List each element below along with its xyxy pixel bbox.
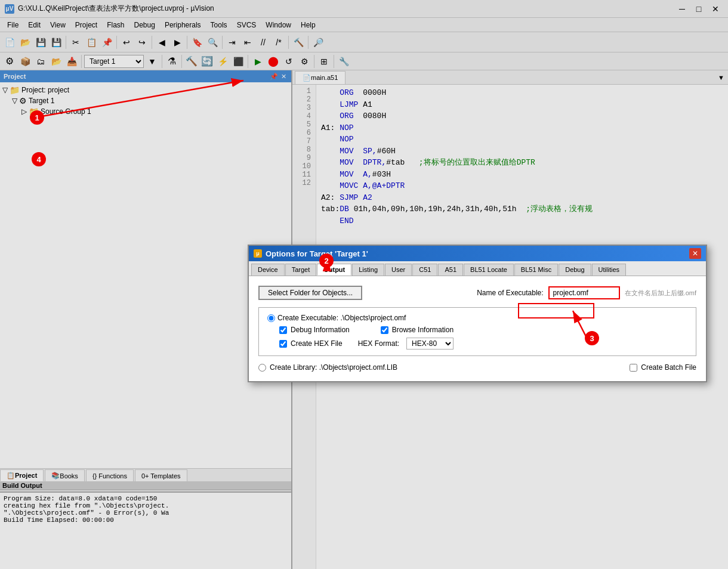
dialog-tabs: Device Target Output Listing User C51 A5… <box>249 261 706 276</box>
annotation-3: 3 <box>585 331 599 345</box>
tab-target[interactable]: Target <box>285 264 317 276</box>
create-hex-row: Create HEX File HEX Format: HEX-80 HEX-3… <box>267 338 687 350</box>
hex-format-label: HEX Format: <box>358 339 399 348</box>
executable-label: Name of Executable: <box>477 289 543 297</box>
browse-info-label: Browse Information <box>392 326 454 334</box>
hint-text: 在文件名后加上后缀.omf <box>625 289 696 298</box>
tab-bl51-misc[interactable]: BL51 Misc <box>514 264 558 276</box>
browse-info-checkbox[interactable] <box>381 326 388 334</box>
tab-listing[interactable]: Listing <box>352 264 384 276</box>
create-batch-row: Create Batch File <box>630 363 696 372</box>
create-batch-checkbox[interactable] <box>630 364 637 372</box>
create-executable-label: Create Executable: .\Objects\project.omf <box>277 314 406 322</box>
folder-row: Select Folder for Objects... Name of Exe… <box>258 286 696 300</box>
annotation-2: 2 <box>319 253 334 268</box>
dialog-titlebar: μ Options for Target 'Target 1' ✕ <box>249 246 706 261</box>
create-executable-radio[interactable] <box>267 314 275 322</box>
tab-a51[interactable]: A51 <box>438 264 463 276</box>
annotation-1: 1 <box>30 110 44 125</box>
create-executable-group: Create Executable: .\Objects\project.omf… <box>258 307 696 356</box>
dialog-content: Select Folder for Objects... Name of Exe… <box>249 276 706 381</box>
create-library-label: Create Library: .\Objects\project.omf.LI… <box>270 363 397 372</box>
hex-format-select[interactable]: HEX-80 HEX-386 <box>406 338 454 350</box>
annotation-4: 4 <box>32 152 46 166</box>
tab-c51[interactable]: C51 <box>412 264 437 276</box>
create-hex-label: Create HEX File <box>291 339 343 348</box>
dialog-close-button[interactable]: ✕ <box>689 248 701 259</box>
dialog-app-icon: μ <box>254 249 262 258</box>
create-library-radio[interactable] <box>258 364 266 372</box>
ann-circle-2: 2 <box>319 253 334 268</box>
debug-info-label: Debug Information <box>291 326 350 334</box>
executable-input[interactable] <box>548 286 620 299</box>
tab-utilities[interactable]: Utilities <box>592 264 626 276</box>
dialog-overlay: μ Options for Target 'Target 1' ✕ Device… <box>0 0 728 569</box>
bottom-row: Create Library: .\Objects\project.omf.LI… <box>258 363 696 372</box>
create-batch-label: Create Batch File <box>641 363 696 372</box>
create-executable-radio-row: Create Executable: .\Objects\project.omf <box>267 314 687 322</box>
tab-debug[interactable]: Debug <box>559 264 591 276</box>
debug-info-row: Debug Information Browse Information <box>267 326 687 334</box>
tab-bl51-locate[interactable]: BL51 Locate <box>464 264 514 276</box>
tab-device[interactable]: Device <box>251 264 285 276</box>
ann-circle-3: 3 <box>585 331 599 345</box>
ann-circle-1: 1 <box>30 110 44 125</box>
select-folder-button[interactable]: Select Folder for Objects... <box>258 286 362 300</box>
create-hex-checkbox[interactable] <box>279 340 287 348</box>
debug-info-checkbox[interactable] <box>279 326 287 334</box>
tab-user[interactable]: User <box>385 264 412 276</box>
options-dialog: μ Options for Target 'Target 1' ✕ Device… <box>248 245 707 382</box>
ann-circle-4: 4 <box>32 152 46 166</box>
create-library-row: Create Library: .\Objects\project.omf.LI… <box>258 363 397 372</box>
